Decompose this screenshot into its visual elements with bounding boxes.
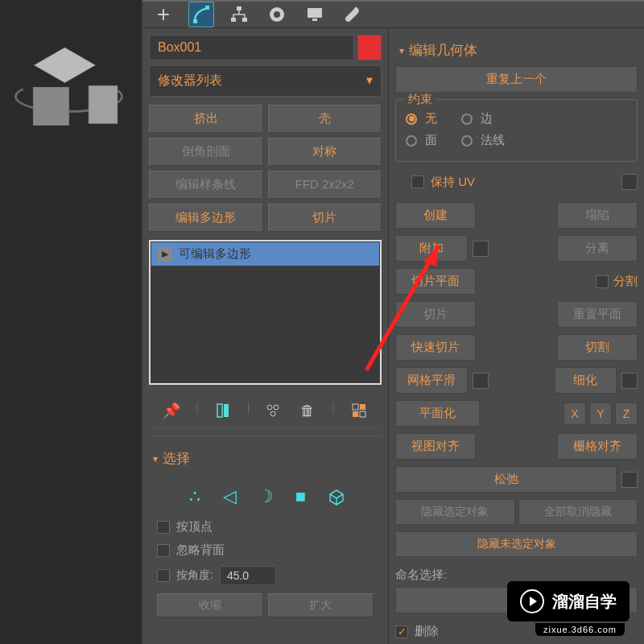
constraint-face-label: 面 <box>425 133 437 148</box>
msmooth-settings-icon[interactable] <box>473 373 489 389</box>
attach-button[interactable]: 附加 <box>395 235 468 262</box>
delete-isolated-checkbox[interactable] <box>395 625 408 638</box>
angle-spinner[interactable]: 45.0 <box>220 566 276 585</box>
polygon-level-icon[interactable]: ■ <box>291 486 312 507</box>
ffd-button[interactable]: FFD 2x2x2 <box>268 171 382 199</box>
tessellate-settings-icon[interactable] <box>621 373 638 389</box>
constraints-fieldset: 约束 无 边 面 <box>395 99 638 162</box>
border-level-icon[interactable]: ☽ <box>255 486 276 507</box>
slice-button[interactable]: 切片 <box>268 204 382 232</box>
msmooth-button[interactable]: 网格平滑 <box>395 367 468 394</box>
repeat-last-button[interactable]: 重复上一个 <box>395 66 638 93</box>
relax-button[interactable]: 松弛 <box>395 466 617 493</box>
stack-item-label: 可编辑多边形 <box>179 246 251 262</box>
selection-rollout-header[interactable]: 选择 <box>149 443 382 474</box>
configure-icon[interactable] <box>349 401 369 420</box>
hide-unselected-button[interactable]: 隐藏未选定对象 <box>395 531 638 557</box>
hide-selected-button[interactable]: 隐藏选定对象 <box>395 499 515 525</box>
pin-icon[interactable]: 📌 <box>162 401 181 420</box>
svg-rect-8 <box>312 19 317 21</box>
constraint-face-radio[interactable] <box>406 135 417 147</box>
grow-button[interactable]: 扩大 <box>268 593 374 617</box>
planar-y-button[interactable]: Y <box>589 402 612 425</box>
split-checkbox[interactable] <box>596 275 609 288</box>
by-angle-label: 按角度: <box>176 568 213 583</box>
edit-geometry-header[interactable]: 编辑几何体 <box>395 35 638 66</box>
make-unique-icon[interactable] <box>264 401 283 420</box>
edit-spline-button[interactable]: 编辑样条线 <box>149 171 263 199</box>
expand-icon[interactable]: ▶ <box>158 247 172 262</box>
hierarchy-tab-icon[interactable] <box>226 2 252 27</box>
svg-rect-16 <box>353 411 358 417</box>
object-color-swatch[interactable] <box>357 35 382 60</box>
relax-settings-icon[interactable] <box>621 472 638 488</box>
split-label: 分割 <box>613 274 638 289</box>
delete-label: 删除 <box>415 624 439 639</box>
svg-rect-15 <box>360 404 365 410</box>
preserve-uv-settings-icon[interactable] <box>621 174 638 190</box>
constraint-normal-label: 法线 <box>481 133 505 148</box>
tessellate-button[interactable]: 细化 <box>555 367 617 394</box>
chamfer-button[interactable]: 倒角剖面 <box>149 138 263 166</box>
constraint-none-label: 无 <box>425 111 437 126</box>
stack-item-editable-poly[interactable]: ▶ 可编辑多边形 <box>151 242 379 266</box>
reset-plane-button[interactable]: 重置平面 <box>557 301 638 328</box>
detach-button[interactable]: 分离 <box>557 235 638 262</box>
edit-geometry-panel: 编辑几何体 重复上一个 约束 无 边 <box>388 28 644 644</box>
modifier-list-dropdown[interactable]: 修改器列表 <box>149 65 382 97</box>
shell-button[interactable]: 壳 <box>268 105 382 133</box>
element-level-icon[interactable] <box>326 486 347 507</box>
viewcube[interactable] <box>4 24 133 153</box>
svg-rect-7 <box>308 8 322 18</box>
by-angle-checkbox[interactable] <box>157 569 170 582</box>
create-tab-icon[interactable]: + <box>151 2 176 27</box>
collapse-button[interactable]: 塌陷 <box>557 202 638 229</box>
vertex-level-icon[interactable]: ∴ <box>184 486 205 507</box>
motion-tab-icon[interactable] <box>264 2 290 27</box>
edit-poly-button[interactable]: 编辑多边形 <box>149 204 263 232</box>
edge-level-icon[interactable]: ◁ <box>220 486 241 507</box>
by-vertex-label: 按顶点 <box>176 519 213 535</box>
delete-icon[interactable]: 🗑 <box>298 401 317 420</box>
watermark-text: 溜溜自学 <box>552 591 617 613</box>
unhide-all-button[interactable]: 全部取消隐藏 <box>518 499 638 525</box>
by-vertex-checkbox[interactable] <box>157 521 170 534</box>
constraint-edge-radio[interactable] <box>461 114 473 125</box>
svg-rect-17 <box>360 411 365 417</box>
create-button[interactable]: 创建 <box>395 202 476 229</box>
constraint-normal-radio[interactable] <box>461 135 473 147</box>
constraints-label: 约束 <box>404 92 436 107</box>
watermark-logo: 溜溜自学 <box>507 581 630 621</box>
cut-button[interactable]: 切割 <box>557 334 638 361</box>
planar-z-button[interactable]: Z <box>615 402 638 425</box>
shrink-button[interactable]: 收缩 <box>157 593 263 617</box>
utilities-tab-icon[interactable] <box>340 2 365 27</box>
svg-rect-3 <box>231 18 236 22</box>
slice-plane-button[interactable]: 切片平面 <box>395 268 476 295</box>
preserve-uv-label: 保持 UV <box>431 175 475 190</box>
show-end-result-icon[interactable] <box>213 401 233 420</box>
ignore-backface-checkbox[interactable] <box>157 544 170 557</box>
constraint-edge-label: 边 <box>481 111 493 126</box>
extrude-button[interactable]: 挤出 <box>149 105 263 133</box>
constraint-none-radio[interactable] <box>406 114 417 125</box>
modify-tab-icon[interactable] <box>188 2 214 27</box>
symmetry-button[interactable]: 对称 <box>268 138 382 166</box>
modifier-stack[interactable]: ▶ 可编辑多边形 <box>149 240 382 385</box>
planar-x-button[interactable]: X <box>564 402 586 425</box>
preserve-uv-checkbox[interactable] <box>411 175 424 188</box>
svg-point-11 <box>267 405 272 410</box>
svg-rect-10 <box>224 404 229 417</box>
svg-point-13 <box>270 411 275 416</box>
quickslice-button[interactable]: 快速切片 <box>395 334 476 361</box>
svg-point-12 <box>274 405 279 410</box>
svg-rect-14 <box>353 404 358 410</box>
grid-align-button[interactable]: 栅格对齐 <box>557 433 638 460</box>
attach-list-icon[interactable] <box>473 241 489 257</box>
make-planar-button[interactable]: 平面化 <box>395 400 480 427</box>
slice-button-2[interactable]: 切片 <box>395 301 476 328</box>
svg-point-6 <box>274 11 280 18</box>
display-tab-icon[interactable] <box>302 2 328 27</box>
object-name-field[interactable]: Box001 <box>149 35 354 60</box>
view-align-button[interactable]: 视图对齐 <box>395 433 476 460</box>
